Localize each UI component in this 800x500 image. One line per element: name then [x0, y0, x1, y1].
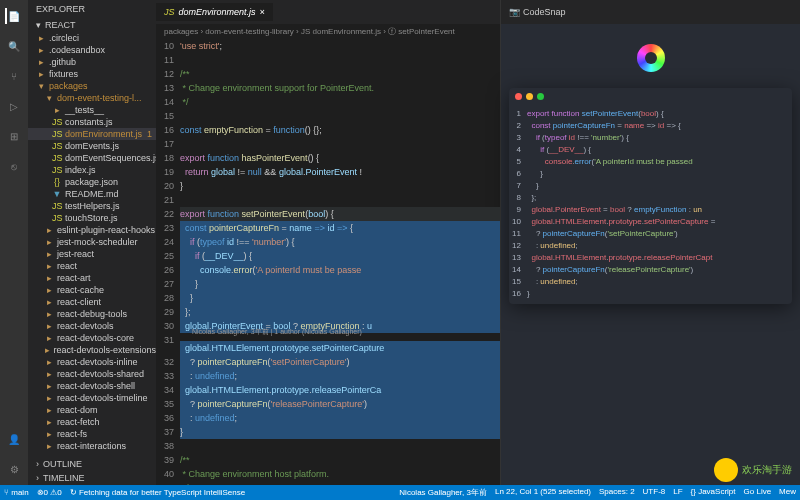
- tree-item[interactable]: ▸.github: [28, 56, 156, 68]
- eol-status[interactable]: LF: [673, 487, 682, 498]
- tree-item[interactable]: ▸react-client: [28, 296, 156, 308]
- max-dot-icon: [537, 93, 544, 100]
- tree-item[interactable]: ▸eslint-plugin-react-hooks: [28, 224, 156, 236]
- tree-item[interactable]: ▸.circleci: [28, 32, 156, 44]
- mew-status[interactable]: Mew: [779, 487, 796, 498]
- tree-item[interactable]: ▸react-devtools: [28, 320, 156, 332]
- tree-item[interactable]: ▸react-interactions: [28, 440, 156, 452]
- tree-item[interactable]: ▼README.md: [28, 188, 156, 200]
- activity-bar: 📄 🔍 ⑂ ▷ ⊞ ⎋ 👤 ⚙: [0, 0, 28, 485]
- tree-item[interactable]: ▸react-dom: [28, 404, 156, 416]
- outline-section[interactable]: ›OUTLINE: [28, 457, 156, 471]
- close-dot-icon: [515, 93, 522, 100]
- tree-item[interactable]: ▸jest-react: [28, 248, 156, 260]
- file-tree[interactable]: ▸.circleci▸.codesandbox▸.github▸fixtures…: [28, 32, 156, 457]
- breadcrumbs[interactable]: packages › dom-event-testing-library › J…: [156, 24, 500, 39]
- watermark: 欢乐淘手游: [714, 458, 792, 482]
- snap-gutter: 12345678910111213141516: [509, 108, 527, 300]
- min-dot-icon: [526, 93, 533, 100]
- tree-item[interactable]: ▸.codesandbox: [28, 44, 156, 56]
- search-icon[interactable]: 🔍: [6, 38, 22, 54]
- line-gutter: 1011121314151617181920212223242526272829…: [156, 39, 180, 485]
- tree-item[interactable]: ▸react-devtools-extensions: [28, 344, 156, 356]
- explorer-icon[interactable]: 📄: [5, 8, 21, 24]
- tree-item[interactable]: ▸react-debug-tools: [28, 308, 156, 320]
- go-live[interactable]: Go Live: [744, 487, 772, 498]
- tree-item[interactable]: ▾packages: [28, 80, 156, 92]
- tree-item[interactable]: ▸react-devtools-inline: [28, 356, 156, 368]
- code-editor[interactable]: 1011121314151617181920212223242526272829…: [156, 39, 500, 485]
- account-icon[interactable]: 👤: [6, 431, 22, 447]
- branch-indicator[interactable]: ⑂ main: [4, 488, 29, 497]
- smiley-icon: [714, 458, 738, 482]
- timeline-section[interactable]: ›TIMELINE: [28, 471, 156, 485]
- scm-icon[interactable]: ⑂: [6, 68, 22, 84]
- tree-item[interactable]: JSconstants.js: [28, 116, 156, 128]
- tree-item[interactable]: ▸react-devtools-shell: [28, 380, 156, 392]
- codesnap-preview: 12345678910111213141516 export function …: [501, 24, 800, 485]
- debug-icon[interactable]: ▷: [6, 98, 22, 114]
- tree-item[interactable]: ▸react: [28, 260, 156, 272]
- editor-tab[interactable]: JSdomEnvironment.js×: [156, 3, 273, 21]
- indent-status[interactable]: Spaces: 2: [599, 487, 635, 498]
- codesnap-tab[interactable]: 📷CodeSnap: [501, 3, 574, 21]
- tree-item[interactable]: ▸react-fs: [28, 428, 156, 440]
- snap-lines: export function setPointerEvent(bool) { …: [527, 108, 792, 300]
- tree-item[interactable]: JSindex.js: [28, 164, 156, 176]
- camera-icon: 📷: [509, 7, 520, 17]
- cursor-position[interactable]: Ln 22, Col 1 (525 selected): [495, 487, 591, 498]
- editor-tabs: JSdomEnvironment.js×: [156, 0, 500, 24]
- chevron-down-icon: ▾: [36, 20, 41, 30]
- tree-item[interactable]: ▸react-cache: [28, 284, 156, 296]
- language-mode[interactable]: {} JavaScript: [691, 487, 736, 498]
- tree-item[interactable]: JStestHelpers.js: [28, 200, 156, 212]
- tree-item[interactable]: ▸react-devtools-timeline: [28, 392, 156, 404]
- extensions-icon[interactable]: ⊞: [6, 128, 22, 144]
- aperture-logo-icon: [637, 44, 665, 72]
- snapshot-window: 12345678910111213141516 export function …: [509, 88, 792, 304]
- tree-item[interactable]: JStouchStore.js: [28, 212, 156, 224]
- tree-item[interactable]: ▸fixtures: [28, 68, 156, 80]
- git-blame[interactable]: Nicolas Gallagher, 3年前: [399, 487, 487, 498]
- tree-item[interactable]: ▸react-devtools-core: [28, 332, 156, 344]
- settings-gear-icon[interactable]: ⚙: [6, 461, 22, 477]
- tree-item[interactable]: ▸react-devtools-shared: [28, 368, 156, 380]
- tree-item[interactable]: JSdomEnvironment.js1: [28, 128, 156, 140]
- side-panel: 📷CodeSnap 12345678910111213141516 export…: [500, 0, 800, 485]
- sidebar: EXPLORER ▾REACT ▸.circleci▸.codesandbox▸…: [28, 0, 156, 485]
- tree-item[interactable]: ▸react-fetch: [28, 416, 156, 428]
- close-icon[interactable]: ×: [260, 7, 265, 17]
- sidebar-section[interactable]: ▾REACT: [28, 18, 156, 32]
- tree-item[interactable]: ▸jest-mock-scheduler: [28, 236, 156, 248]
- status-bar: ⑂ main ⊗0 ⚠0 ↻ Fetching data for better …: [0, 485, 800, 500]
- sync-status[interactable]: ↻ Fetching data for better TypeScript In…: [70, 488, 245, 497]
- encoding-status[interactable]: UTF-8: [643, 487, 666, 498]
- sidebar-title: EXPLORER: [28, 0, 156, 18]
- tree-item[interactable]: ▸react-art: [28, 272, 156, 284]
- code-lines[interactable]: 'use strict';/** * Change environment su…: [180, 39, 500, 485]
- problems-indicator[interactable]: ⊗0 ⚠0: [37, 488, 62, 497]
- tree-item[interactable]: ▸__tests__: [28, 104, 156, 116]
- tree-item[interactable]: JSdomEventSequences.js: [28, 152, 156, 164]
- editor-group: JSdomEnvironment.js× packages › dom-even…: [156, 0, 500, 485]
- window-controls: [509, 88, 792, 104]
- tree-item[interactable]: ▾dom-event-testing-l...: [28, 92, 156, 104]
- panel-tabs: 📷CodeSnap: [501, 0, 800, 24]
- tree-item[interactable]: {}package.json: [28, 176, 156, 188]
- remote-icon[interactable]: ⎋: [6, 158, 22, 174]
- tree-item[interactable]: JSdomEvents.js: [28, 140, 156, 152]
